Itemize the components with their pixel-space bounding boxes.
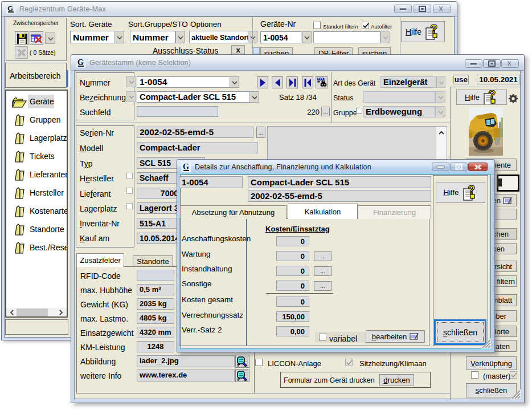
svg-text:X: X [507,60,511,67]
svg-text:G: G [183,163,189,171]
svg-text:G: G [77,58,84,67]
svg-text:G: G [7,4,13,13]
svg-text:X: X [439,5,443,13]
